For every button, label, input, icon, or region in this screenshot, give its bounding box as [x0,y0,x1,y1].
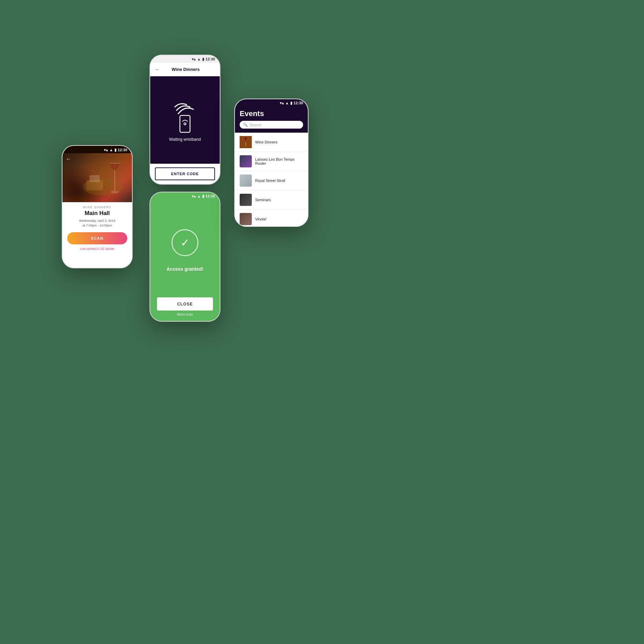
status-time-phone2: 12:30 [206,57,215,61]
event-thumb-vinola [240,213,252,225]
phone-event-detail: ▾▴ ▲ ▮ 12:30 ← WINE DINNERS Main Hall We… [62,145,133,268]
event-list-item-wine-dinners[interactable]: Wine Dinners [235,133,308,152]
signal-icon-4: ▾▴ [280,101,284,105]
status-bar-phone2: ▾▴ ▲ ▮ 12:30 [150,55,220,63]
event-name-wine-dinners: Wine Dinners [255,140,277,144]
status-time-phone4: 12:30 [294,101,303,105]
update-link[interactable]: Update [105,247,114,250]
events-list: Wine DinnersLaissez-Les Bon Temps Rouler… [235,133,308,226]
check-icon: ✓ [181,237,190,248]
status-icons-phone3: ▾▴ ▲ ▮ 12:30 [192,194,215,198]
wifi-icon-2: ▲ [197,57,201,61]
event-name-royal: Royal Street Stroll [255,179,285,183]
event-thumb-royal [240,175,252,187]
access-granted-text: Access granted! [167,266,204,272]
wifi-icon: ▲ [109,148,113,152]
signal-icon-2: ▾▴ [192,57,196,61]
check-circle: ✓ [171,229,198,256]
events-title: Events [240,109,303,118]
event-list-item-laissez[interactable]: Laissez-Les Bon Temps Rouler [235,152,308,171]
status-bar-phone3: ▾▴ ▲ ▮ 12:30 [150,192,220,200]
event-date-label: Wednesday, April 3, 2019 at 7:00pm - 10:… [67,218,127,228]
svg-rect-6 [180,115,190,132]
card-body: WINE DINNERS Main Hall Wednesday, April … [62,202,132,254]
status-time-phone1: 12:30 [118,148,127,152]
battery-icon-3: ▮ [202,194,204,198]
svg-point-2 [111,191,119,193]
close-area: CLOSE Abort scan [150,294,220,321]
event-thumb-wine-dinners [240,136,252,148]
wifi-icon-4: ▲ [285,101,289,105]
battery-icon-4: ▮ [290,101,292,105]
signal-icon-3: ▾▴ [192,194,196,198]
nfc-body: Waiting wristband [150,76,220,164]
close-button[interactable]: CLOSE [157,297,213,311]
nfc-header: ← Wine Dinners [150,63,220,76]
event-name-laissez: Laissez-Les Bon Temps Rouler [255,157,303,165]
phone-nfc-scan: ▾▴ ▲ ▮ 12:30 ← Wine Dinners Waiting wris… [150,55,220,185]
nfc-header-title: Wine Dinners [163,67,208,72]
event-thumb-laissez [240,155,252,167]
phone-access-granted: ▾▴ ▲ ▮ 12:30 ✓ Access granted! CLOSE Abo… [150,192,220,322]
hero-image: ← [62,153,132,202]
scan-button[interactable]: SCAN [67,232,127,244]
wifi-icon-3: ▲ [197,194,201,198]
search-bar[interactable]: 🔍 Search [240,121,303,129]
abort-scan-link[interactable]: Abort scan [177,313,193,316]
events-header: Events 🔍 Search [235,107,308,133]
status-icons-phone2: ▾▴ ▲ ▮ 12:30 [192,57,215,61]
status-bar-phone1: ▾▴ ▲ ▮ 12:30 [62,146,132,153]
nfc-illustration [168,99,202,136]
event-name-vinola: Vinola! [255,217,266,221]
svg-point-7 [184,123,186,125]
waiting-wristband-text: Waiting wristband [169,137,201,142]
event-name-seminars: Seminars [255,198,271,202]
event-title-label: Main Hall [67,210,127,217]
enter-code-area: ENTER CODE [150,164,220,184]
enter-code-button[interactable]: ENTER CODE [155,167,215,180]
search-icon: 🔍 [243,123,248,127]
last-update-text: Last update(21:20) Update [67,247,127,250]
signal-icon: ▾▴ [104,148,108,152]
status-icons-phone1: ▾▴ ▲ ▮ 12:30 [104,148,127,152]
search-placeholder: Search [250,123,262,127]
svg-rect-5 [89,175,100,182]
event-list-item-vinola[interactable]: Vinola! [235,210,308,226]
event-list-item-seminars[interactable]: Seminars [235,190,308,210]
event-list-item-royal[interactable]: Royal Street Stroll [235,171,308,190]
battery-icon-2: ▮ [202,57,204,61]
back-button-phone1[interactable]: ← [66,156,71,162]
status-icons-phone4: ▾▴ ▲ ▮ 12:30 [280,101,303,105]
event-thumb-seminars [240,194,252,206]
phone-events-list: ▾▴ ▲ ▮ 12:30 Events 🔍 Search Wine Dinner… [234,99,308,227]
event-category-label: WINE DINNERS [67,206,127,209]
back-button-phone2[interactable]: ← [155,66,160,73]
status-time-phone3: 12:30 [206,194,215,198]
hero-food-art [62,153,132,202]
status-bar-phone4: ▾▴ ▲ ▮ 12:30 [235,99,308,107]
battery-icon: ▮ [114,148,116,152]
access-granted-body: ✓ Access granted! [150,200,220,294]
